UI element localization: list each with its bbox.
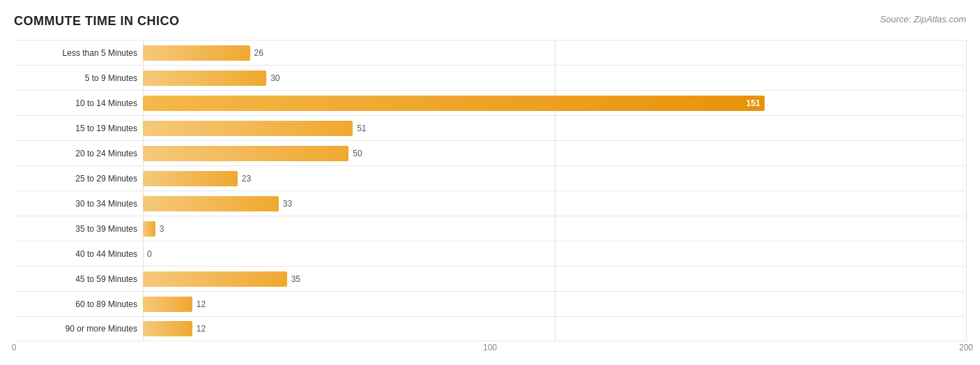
- bar-value-label: 30: [270, 73, 280, 83]
- chart-area: Less than 5 Minutes265 to 9 Minutes3010 …: [14, 40, 966, 341]
- bar-value-label: 0: [147, 249, 152, 259]
- bar-label: 25 to 29 Minutes: [14, 174, 143, 184]
- bar-label: Less than 5 Minutes: [14, 48, 143, 58]
- bar-row: 40 to 44 Minutes0: [14, 241, 966, 266]
- bar-row: 25 to 29 Minutes23: [14, 165, 966, 191]
- bar-value-label: 50: [353, 149, 362, 158]
- bar-fill: [143, 146, 349, 161]
- bar-track: 0: [143, 246, 966, 262]
- bar-value-label: 12: [197, 324, 206, 334]
- bar-track: 26: [143, 45, 966, 61]
- bar-value-label: 23: [242, 174, 251, 184]
- bar-track: 12: [143, 321, 966, 336]
- bar-row: 30 to 34 Minutes33: [14, 191, 966, 216]
- bar-value-label: 26: [254, 48, 263, 58]
- bar-fill: [143, 297, 192, 312]
- bar-track: 3: [143, 221, 966, 237]
- bar-fill: 151: [143, 96, 765, 111]
- bar-fill: [143, 196, 279, 211]
- bar-row: 20 to 24 Minutes50: [14, 140, 966, 165]
- bar-track: 51: [143, 121, 966, 136]
- bar-label: 90 or more Minutes: [14, 324, 143, 334]
- bar-row: 10 to 14 Minutes151: [14, 90, 966, 115]
- x-axis: 0100200: [14, 343, 966, 357]
- bar-row: 35 to 39 Minutes3: [14, 216, 966, 241]
- bar-value-label: 33: [283, 199, 292, 209]
- bar-fill: [143, 121, 353, 136]
- x-axis-tick: 200: [959, 343, 973, 352]
- bar-label: 10 to 14 Minutes: [14, 98, 143, 108]
- bar-label: 5 to 9 Minutes: [14, 73, 143, 83]
- bar-row: 45 to 59 Minutes35: [14, 266, 966, 291]
- bar-row: 15 to 19 Minutes51: [14, 115, 966, 140]
- x-axis-tick: 100: [483, 343, 497, 352]
- bar-label: 60 to 89 Minutes: [14, 299, 143, 309]
- x-axis-tick: 0: [12, 343, 17, 352]
- bar-fill: [143, 321, 192, 336]
- bar-label: 20 to 24 Minutes: [14, 149, 143, 158]
- bar-area: 23: [143, 166, 966, 191]
- bar-track: 23: [143, 171, 966, 186]
- bar-area: 3: [143, 216, 966, 241]
- bar-area: 30: [143, 66, 966, 90]
- bar-value-label: 35: [291, 274, 300, 284]
- bar-row: 5 to 9 Minutes30: [14, 65, 966, 90]
- bar-area: 151: [143, 91, 966, 115]
- bar-label: 40 to 44 Minutes: [14, 249, 143, 259]
- bar-area: 12: [143, 317, 966, 341]
- bar-track: 151: [143, 96, 966, 111]
- bar-value-label: 3: [160, 224, 164, 234]
- bar-track: 35: [143, 271, 966, 287]
- bar-label: 45 to 59 Minutes: [14, 274, 143, 284]
- chart-header: COMMUTE TIME IN CHICO Source: ZipAtlas.c…: [14, 14, 966, 29]
- chart-title: COMMUTE TIME IN CHICO: [14, 14, 180, 29]
- bar-track: 33: [143, 196, 966, 211]
- bar-area: 50: [143, 141, 966, 165]
- bar-fill: [143, 171, 238, 186]
- bar-value-label: 51: [357, 124, 366, 133]
- bar-track: 30: [143, 70, 966, 86]
- bar-fill: [143, 45, 250, 61]
- bar-row: Less than 5 Minutes26: [14, 40, 966, 65]
- bar-area: 35: [143, 267, 966, 291]
- bar-fill: [143, 221, 155, 237]
- chart-container: COMMUTE TIME IN CHICO Source: ZipAtlas.c…: [0, 7, 980, 365]
- bar-track: 12: [143, 297, 966, 312]
- bar-label: 35 to 39 Minutes: [14, 224, 143, 234]
- bar-value-label: 12: [197, 299, 206, 309]
- bar-area: 12: [143, 292, 966, 316]
- bar-track: 50: [143, 146, 966, 161]
- bar-label: 15 to 19 Minutes: [14, 124, 143, 133]
- bar-area: 33: [143, 191, 966, 216]
- bar-value-label: 151: [747, 98, 760, 108]
- bar-area: 51: [143, 116, 966, 140]
- chart-source: Source: ZipAtlas.com: [880, 14, 966, 24]
- bar-fill: [143, 70, 266, 86]
- bar-label: 30 to 34 Minutes: [14, 199, 143, 209]
- bar-area: 0: [143, 241, 966, 266]
- bar-row: 90 or more Minutes12: [14, 316, 966, 341]
- bar-fill: [143, 271, 287, 287]
- bar-row: 60 to 89 Minutes12: [14, 291, 966, 316]
- bar-area: 26: [143, 40, 966, 65]
